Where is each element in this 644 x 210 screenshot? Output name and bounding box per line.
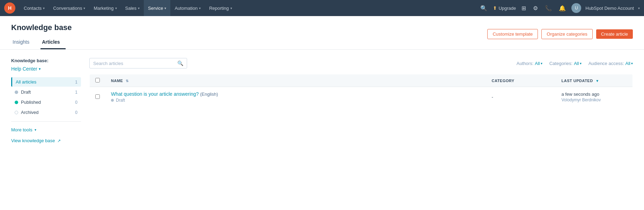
row-name-cell: What question is your article answering?… [105,87,486,107]
row-category-cell: - [486,87,556,107]
chevron-down-icon: ▾ [541,61,542,65]
draft-dot [111,99,114,102]
chevron-down-icon: ▾ [39,67,41,71]
updated-time: a few seconds ago [562,92,627,97]
audience-filter: Audience access: All ▾ [589,61,633,66]
create-article-button[interactable]: Create article [596,29,633,39]
external-link-icon: ↗ [57,138,61,143]
chevron-down-icon: ▾ [631,61,633,65]
view-knowledge-base-link[interactable]: View knowledge base ↗ [11,137,81,145]
upgrade-icon: ⬆ [493,5,497,11]
categories-filter: Categories: All ▾ [549,61,582,66]
marketplace-icon[interactable]: ⊞ [520,3,527,13]
tab-articles[interactable]: Articles [40,36,65,49]
authors-filter-value[interactable]: All ▾ [535,61,542,66]
sidebar-item-archived[interactable]: Archived 0 [11,108,81,117]
page-tabs: Insights Articles [11,36,72,49]
categories-filter-value[interactable]: All ▾ [574,61,581,66]
page-header-right: Customize template Organize categories C… [487,29,633,43]
article-lang: (English) [200,92,218,97]
authors-filter: Authors: All ▾ [517,61,542,66]
nav-sales[interactable]: Sales ▾ [121,0,144,16]
main-content: Knowledge base: Help Center ▾ All articl… [0,50,644,153]
avatar[interactable]: U [571,3,581,13]
account-chevron-icon: ▾ [638,6,640,10]
sidebar-kb-name[interactable]: Help Center ▾ [11,66,81,72]
sidebar: Knowledge base: Help Center ▾ All articl… [11,58,81,145]
upgrade-button[interactable]: ⬆ Upgrade [493,5,516,11]
articles-area: 🔍 Authors: All ▾ Categories: All ▾ [89,58,633,145]
nav-contacts[interactable]: Contacts ▾ [20,0,49,16]
table-header-row: NAME ⇅ CATEGORY LAST UPDATED ▼ [90,74,633,87]
sidebar-kb-label: Knowledge base: [11,58,81,63]
filters-row: 🔍 Authors: All ▾ Categories: All ▾ [89,58,633,68]
archived-status-dot [15,111,18,114]
more-tools-link[interactable]: More tools ▾ [11,126,81,134]
search-box[interactable]: 🔍 [89,58,187,68]
select-all-checkbox[interactable] [95,78,100,82]
sort-icon: ⇅ [126,79,129,83]
chevron-down-icon: ▾ [580,61,582,65]
account-name[interactable]: HubSpot Demo Account [585,6,634,11]
top-navigation: H Contacts ▾ Conversations ▾ Marketing ▾… [0,0,644,16]
search-input[interactable] [93,61,175,66]
th-category: CATEGORY [486,74,556,87]
filter-controls: Authors: All ▾ Categories: All ▾ Audienc… [517,61,633,66]
chevron-down-icon: ▾ [164,6,166,10]
active-sort-icon: ▼ [595,79,599,83]
page-header: Knowledge base Insights Articles Customi… [0,16,644,50]
svg-text:H: H [8,5,12,11]
articles-table: NAME ⇅ CATEGORY LAST UPDATED ▼ [89,74,633,107]
customize-template-button[interactable]: Customize template [487,29,538,39]
sidebar-divider [11,121,81,122]
row-updated-cell: a few seconds ago Volodymyr Berdnikov [556,87,633,107]
th-name[interactable]: NAME ⇅ [105,74,486,87]
article-title-link[interactable]: What question is your article answering? [111,91,200,97]
row-checkbox-cell [90,87,106,107]
chevron-down-icon: ▾ [83,6,85,10]
article-status: Draft [116,98,125,103]
nav-conversations[interactable]: Conversations ▾ [49,0,89,16]
hubspot-logo[interactable]: H [4,2,15,14]
search-icon: 🔍 [177,60,183,66]
audience-filter-value[interactable]: All ▾ [626,61,633,66]
nav-automation[interactable]: Automation ▾ [170,0,205,16]
nav-items: Contacts ▾ Conversations ▾ Marketing ▾ S… [20,0,479,16]
th-checkbox [90,74,106,87]
page-header-left: Knowledge base Insights Articles [11,23,72,49]
nav-service[interactable]: Service ▾ [144,0,170,16]
row-checkbox[interactable] [95,94,100,99]
updated-by: Volodymyr Berdnikov [562,97,627,102]
chevron-down-icon: ▾ [138,6,140,10]
draft-status-dot [15,90,18,94]
article-status-row: Draft [111,98,481,103]
search-icon[interactable]: 🔍 [479,3,489,13]
topnav-right-controls: 🔍 ⬆ Upgrade ⊞ ⚙ 📞 🔔 U HubSpot Demo Accou… [479,3,640,13]
th-last-updated[interactable]: LAST UPDATED ▼ [556,74,633,87]
chevron-down-icon: ▾ [43,6,45,10]
settings-icon[interactable]: ⚙ [532,3,539,13]
chevron-down-icon: ▾ [230,6,232,10]
organize-categories-button[interactable]: Organize categories [541,29,592,39]
table-row: What question is your article answering?… [90,87,633,107]
sidebar-item-all-articles[interactable]: All articles 1 [11,77,81,87]
notifications-icon[interactable]: 🔔 [557,3,567,13]
tab-insights[interactable]: Insights [11,36,35,49]
sidebar-item-draft[interactable]: Draft 1 [11,87,81,97]
published-status-dot [15,101,18,104]
sidebar-item-published[interactable]: Published 0 [11,97,81,107]
chevron-down-icon: ▾ [115,6,117,10]
chevron-down-icon: ▾ [199,6,201,10]
chevron-down-icon: ▾ [35,128,36,132]
nav-reporting[interactable]: Reporting ▾ [205,0,236,16]
phone-icon[interactable]: 📞 [543,3,553,13]
nav-marketing[interactable]: Marketing ▾ [89,0,121,16]
page-title: Knowledge base [11,23,72,32]
